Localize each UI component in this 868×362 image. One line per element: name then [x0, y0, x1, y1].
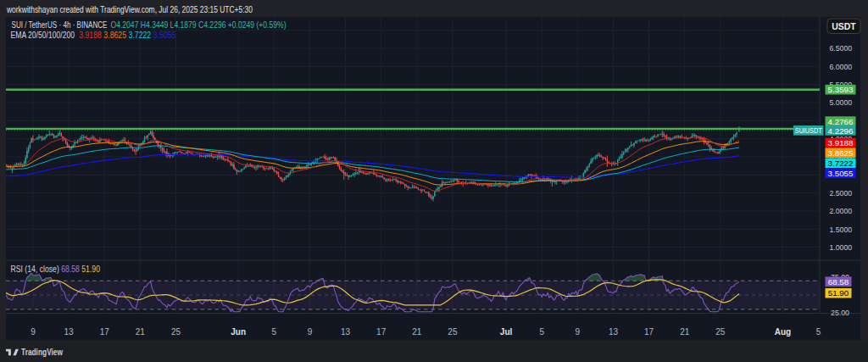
svg-text:SUIUSDT: SUIUSDT — [795, 126, 822, 135]
svg-text:13: 13 — [341, 327, 351, 337]
svg-text:3.9188: 3.9188 — [828, 138, 854, 148]
svg-text:9: 9 — [31, 327, 36, 337]
svg-text:9: 9 — [576, 327, 581, 337]
svg-text:5: 5 — [272, 327, 277, 337]
svg-text:2.5000: 2.5000 — [829, 188, 852, 198]
svg-text:3.8625: 3.8625 — [828, 148, 854, 158]
svg-text:SUI / TetherUS · 4h · BINANCE: SUI / TetherUS · 4h · BINANCE — [12, 19, 108, 30]
svg-text:21: 21 — [412, 327, 422, 337]
svg-text:O4.2047 H4.3449 L4.1879 C4.229: O4.2047 H4.3449 L4.1879 C4.2296 +0.0249 … — [111, 19, 287, 30]
svg-text:1.0000: 1.0000 — [829, 242, 852, 252]
svg-text:5.3593: 5.3593 — [828, 85, 854, 94]
svg-text:workwithshayan created with Tr: workwithshayan created with TradingView.… — [6, 4, 253, 14]
svg-text:13: 13 — [609, 327, 619, 337]
svg-text:17: 17 — [376, 327, 387, 337]
svg-text:5: 5 — [539, 327, 544, 337]
svg-text:13: 13 — [64, 327, 75, 337]
svg-text:3.7222: 3.7222 — [828, 159, 854, 168]
svg-text:3.9188 3.8625 3.7222 3.5055: 3.9188 3.8625 3.7222 3.5055 — [79, 30, 175, 40]
svg-text:68.58: 68.58 — [828, 277, 849, 287]
svg-text:Aug: Aug — [775, 327, 791, 337]
svg-text:TradingView: TradingView — [21, 346, 64, 358]
svg-text:5: 5 — [816, 327, 821, 337]
svg-text:5.0000: 5.0000 — [829, 97, 852, 107]
svg-text:4.2296: 4.2296 — [828, 126, 854, 136]
svg-text:21: 21 — [680, 327, 690, 337]
svg-text:51.90: 51.90 — [828, 288, 849, 298]
svg-text:17: 17 — [100, 327, 110, 337]
svg-text:3.5055: 3.5055 — [828, 169, 854, 178]
svg-text:6.0000: 6.0000 — [829, 62, 852, 71]
svg-text:6.5000: 6.5000 — [829, 43, 852, 53]
svg-text:25: 25 — [448, 327, 458, 337]
svg-text:RSI (14, close) 68.58 51.90: RSI (14, close) 68.58 51.90 — [11, 264, 101, 274]
svg-text:25.00: 25.00 — [831, 308, 849, 317]
svg-text:9: 9 — [308, 327, 313, 337]
svg-text:USDT: USDT — [832, 21, 856, 31]
svg-text:2.0000: 2.0000 — [829, 206, 852, 215]
svg-text:25: 25 — [715, 327, 726, 337]
svg-text:EMA 20/50/100/200: EMA 20/50/100/200 — [11, 30, 75, 40]
svg-text:21: 21 — [136, 327, 146, 337]
svg-text:4.2766: 4.2766 — [828, 117, 854, 126]
svg-text:17: 17 — [644, 327, 654, 337]
svg-text:Jul: Jul — [500, 327, 513, 337]
svg-text:1.5000: 1.5000 — [829, 225, 852, 234]
svg-text:25: 25 — [171, 327, 181, 337]
svg-text:Jun: Jun — [231, 327, 246, 337]
